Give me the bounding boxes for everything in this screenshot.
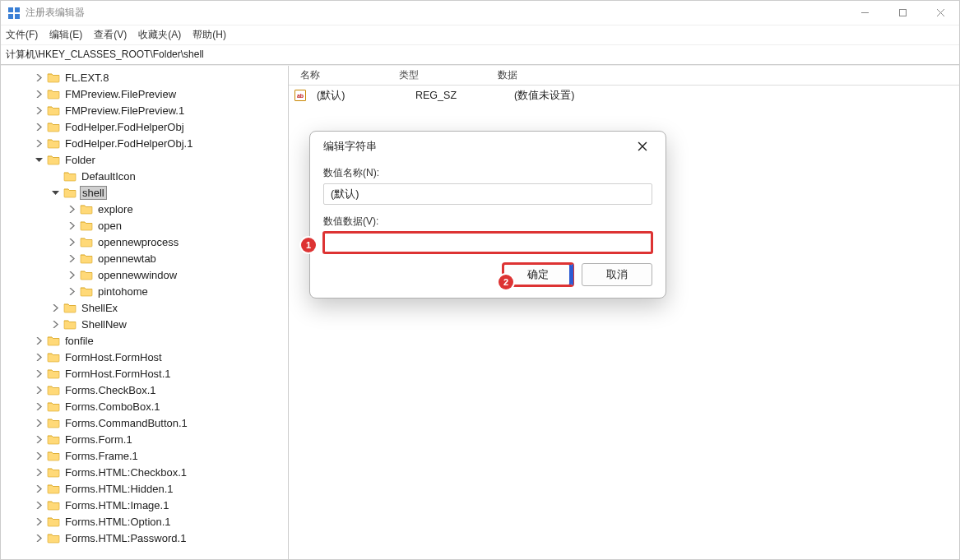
- folder-icon: [47, 121, 60, 132]
- svg-rect-2: [8, 14, 13, 19]
- tree-item[interactable]: FodHelper.FodHelperObj.1: [1, 135, 288, 151]
- tree-item[interactable]: Forms.CheckBox.1: [1, 382, 288, 398]
- tree-item[interactable]: Forms.HTML:Option.1: [1, 513, 288, 530]
- tree-item[interactable]: explore: [1, 201, 288, 217]
- chevron-right-icon[interactable]: [63, 222, 80, 229]
- tree-item[interactable]: FormHost.FormHost: [1, 349, 288, 365]
- address-bar[interactable]: 计算机\HKEY_CLASSES_ROOT\Folder\shell: [1, 45, 959, 65]
- tree-item[interactable]: FL.EXT.8: [1, 69, 288, 86]
- chevron-right-icon[interactable]: [30, 518, 47, 525]
- chevron-right-icon[interactable]: [30, 452, 47, 460]
- value-name: (默认): [310, 89, 409, 103]
- close-button[interactable]: [921, 1, 959, 25]
- tree-item-label: Forms.HTML:Password.1: [63, 532, 188, 544]
- chevron-right-icon[interactable]: [47, 304, 63, 312]
- column-name[interactable]: 名称: [294, 68, 392, 82]
- tree-item[interactable]: opennewprocess: [1, 234, 288, 250]
- menu-file[interactable]: 文件(F): [6, 28, 38, 42]
- tree-item-label: pintohome: [96, 285, 150, 298]
- chevron-right-icon[interactable]: [30, 107, 47, 114]
- chevron-right-icon[interactable]: [63, 288, 80, 295]
- folder-icon: [47, 137, 60, 149]
- chevron-right-icon[interactable]: [30, 403, 47, 410]
- tree-item[interactable]: FodHelper.FodHelperObj: [1, 118, 288, 135]
- tree-item[interactable]: opennewwindow: [1, 266, 288, 283]
- cancel-button[interactable]: 取消: [582, 263, 652, 286]
- menu-view[interactable]: 查看(V): [94, 28, 127, 42]
- svg-rect-1: [15, 7, 20, 12]
- folder-icon: [80, 220, 93, 231]
- key-tree[interactable]: FL.EXT.8FMPreview.FilePreviewFMPreview.F…: [1, 66, 289, 559]
- app-icon: [7, 7, 21, 20]
- chevron-right-icon[interactable]: [30, 419, 47, 427]
- tree-item[interactable]: ShellEx: [1, 299, 288, 316]
- value-row[interactable]: ab(默认)REG_SZ(数值未设置): [289, 87, 959, 104]
- folder-icon: [47, 72, 60, 83]
- folder-icon: [47, 154, 60, 165]
- callout-marker-1: 1: [301, 238, 316, 252]
- chevron-right-icon[interactable]: [30, 140, 47, 147]
- chevron-right-icon[interactable]: [63, 206, 80, 213]
- chevron-right-icon[interactable]: [30, 386, 47, 394]
- folder-icon: [63, 302, 77, 313]
- tree-item-label: Forms.HTML:Checkbox.1: [63, 466, 188, 479]
- chevron-right-icon[interactable]: [47, 321, 63, 328]
- tree-item[interactable]: fonfile: [1, 332, 288, 349]
- chevron-right-icon[interactable]: [30, 354, 47, 361]
- chevron-right-icon[interactable]: [63, 255, 80, 262]
- tree-item[interactable]: Forms.Frame.1: [1, 447, 288, 464]
- tree-item[interactable]: Forms.ComboBox.1: [1, 398, 288, 414]
- chevron-right-icon[interactable]: [63, 238, 80, 246]
- tree-item-label: Forms.HTML:Option.1: [63, 516, 173, 528]
- svg-rect-3: [15, 14, 20, 19]
- value-type: REG_SZ: [409, 90, 508, 101]
- chevron-down-icon[interactable]: [30, 156, 47, 164]
- dialog-close-button[interactable]: [631, 135, 654, 158]
- column-type[interactable]: 类型: [392, 68, 491, 82]
- menu-help[interactable]: 帮助(H): [192, 28, 226, 42]
- chevron-right-icon[interactable]: [30, 74, 47, 81]
- chevron-down-icon[interactable]: [47, 189, 63, 197]
- chevron-right-icon[interactable]: [30, 502, 47, 509]
- chevron-right-icon[interactable]: [30, 90, 47, 98]
- tree-item-label: open: [96, 220, 123, 232]
- tree-item[interactable]: DefaultIcon: [1, 168, 288, 184]
- tree-item[interactable]: shell: [1, 184, 288, 201]
- chevron-right-icon[interactable]: [30, 436, 47, 443]
- tree-item[interactable]: Forms.Form.1: [1, 431, 288, 447]
- menu-edit[interactable]: 编辑(E): [49, 28, 82, 42]
- folder-icon: [63, 318, 77, 330]
- tree-item[interactable]: FMPreview.FilePreview.1: [1, 102, 288, 118]
- chevron-right-icon[interactable]: [30, 535, 47, 542]
- tree-item-label: Forms.HTML:Image.1: [63, 499, 170, 511]
- folder-icon: [47, 483, 60, 494]
- window-title: 注册表编辑器: [26, 6, 85, 20]
- tree-item[interactable]: pintohome: [1, 283, 288, 299]
- tree-item[interactable]: Forms.HTML:Checkbox.1: [1, 464, 288, 480]
- value-list-body: ab(默认)REG_SZ(数值未设置): [289, 86, 959, 104]
- chevron-right-icon[interactable]: [63, 271, 80, 279]
- tree-item[interactable]: Forms.HTML:Image.1: [1, 497, 288, 513]
- menu-favorites[interactable]: 收藏夹(A): [138, 28, 181, 42]
- tree-item[interactable]: Forms.CommandButton.1: [1, 414, 288, 431]
- chevron-right-icon[interactable]: [30, 485, 47, 493]
- chevron-right-icon[interactable]: [30, 123, 47, 131]
- tree-item[interactable]: ShellNew: [1, 316, 288, 332]
- tree-item-label: opennewprocess: [96, 236, 180, 248]
- tree-item-label: FMPreview.FilePreview.1: [63, 104, 186, 117]
- tree-item[interactable]: Forms.HTML:Hidden.1: [1, 480, 288, 497]
- chevron-right-icon[interactable]: [30, 469, 47, 476]
- tree-item[interactable]: FormHost.FormHost.1: [1, 365, 288, 382]
- tree-item[interactable]: Forms.HTML:Password.1: [1, 530, 288, 546]
- folder-icon: [47, 104, 60, 116]
- chevron-right-icon[interactable]: [30, 337, 47, 345]
- maximize-button[interactable]: [883, 1, 921, 25]
- tree-item[interactable]: opennewtab: [1, 250, 288, 266]
- tree-item[interactable]: Folder: [1, 151, 288, 168]
- minimize-button[interactable]: [846, 1, 883, 25]
- tree-item[interactable]: open: [1, 217, 288, 234]
- column-data[interactable]: 数据: [491, 68, 959, 82]
- chevron-right-icon[interactable]: [30, 370, 47, 377]
- value-data-input[interactable]: [323, 232, 652, 253]
- tree-item[interactable]: FMPreview.FilePreview: [1, 86, 288, 102]
